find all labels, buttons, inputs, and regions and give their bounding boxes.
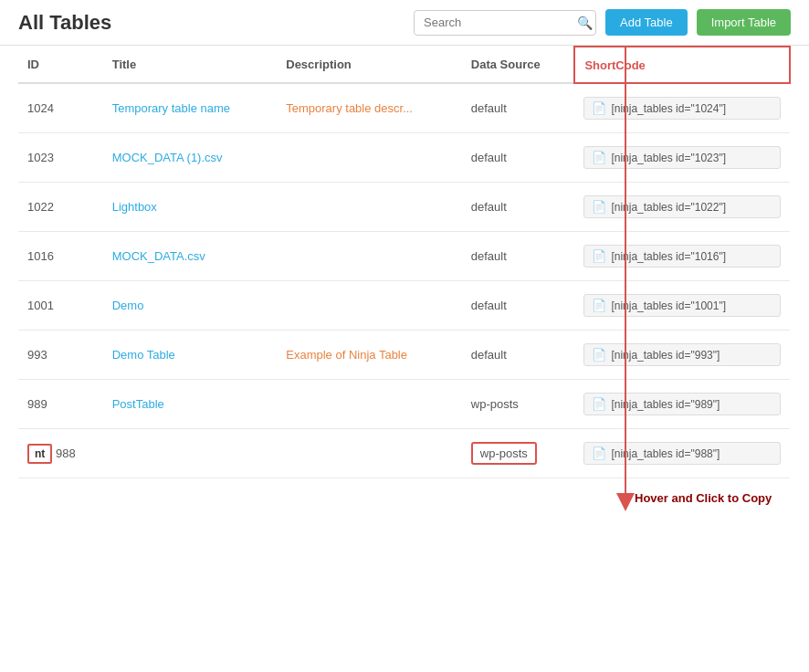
cell-description: Temporary table descr... <box>277 83 462 133</box>
search-box: 🔍 <box>414 10 596 36</box>
page-title: All Tables <box>18 11 111 35</box>
col-datasource: Data Source <box>462 47 575 83</box>
tables-table: ID Title Description Data Source ShortCo… <box>18 46 791 478</box>
shortcode-badge[interactable]: 📄 [ninja_tables id="989"] <box>583 393 781 415</box>
table-title-link[interactable]: Demo Table <box>112 348 175 362</box>
add-table-button[interactable]: Add Table <box>605 9 688 36</box>
doc-icon: 📄 <box>592 397 606 411</box>
nt-badge: nt <box>27 444 52 464</box>
cell-datasource: wp-posts <box>462 380 575 429</box>
cell-shortcode: 📄 [ninja_tables id="989"] <box>574 380 790 429</box>
col-shortcode: ShortCode <box>574 47 790 83</box>
doc-icon: 📄 <box>592 348 606 362</box>
cell-title <box>103 429 278 478</box>
table-row: nt 988wp-posts📄 [ninja_tables id="988"] <box>18 429 790 478</box>
doc-icon: 📄 <box>592 299 606 312</box>
cell-id: 1016 <box>18 232 103 281</box>
cell-id: nt 988 <box>18 429 103 478</box>
shortcode-badge[interactable]: 📄 [ninja_tables id="993"] <box>583 343 781 366</box>
doc-icon: 📄 <box>592 101 606 115</box>
col-description: Description <box>277 47 462 83</box>
table-row: 1022Lightboxdefault📄 [ninja_tables id="1… <box>18 183 790 232</box>
cell-description <box>277 232 462 281</box>
shortcode-badge[interactable]: 📄 [ninja_tables id="1024"] <box>583 97 781 120</box>
table-row: 1023MOCK_DATA (1).csvdefault📄 [ninja_tab… <box>18 133 790 183</box>
table-title-link[interactable]: Temporary table name <box>112 101 230 115</box>
cell-datasource: default <box>462 133 575 183</box>
cell-shortcode: 📄 [ninja_tables id="1023"] <box>574 133 790 183</box>
cell-title: Demo <box>103 281 278 331</box>
doc-icon: 📄 <box>592 151 606 164</box>
doc-icon: 📄 <box>592 249 606 263</box>
shortcode-badge[interactable]: 📄 [ninja_tables id="1022"] <box>583 195 781 218</box>
svg-text:Hover and Click to Copy: Hover and Click to Copy <box>635 491 772 505</box>
cell-shortcode: 📄 [ninja_tables id="993"] <box>574 331 790 380</box>
cell-id: 1022 <box>18 183 103 232</box>
cell-id: 989 <box>18 380 103 429</box>
shortcode-badge[interactable]: 📄 [ninja_tables id="1023"] <box>583 146 781 169</box>
table-title-link[interactable]: Lightbox <box>112 200 157 214</box>
table-title-link[interactable]: PostTable <box>112 397 164 411</box>
table-title-link[interactable]: Demo <box>112 299 144 312</box>
cell-title: Demo Table <box>103 331 278 380</box>
cell-title: Temporary table name <box>103 83 278 133</box>
import-table-button[interactable]: Import Table <box>697 9 791 36</box>
table-row: 1024Temporary table nameTemporary table … <box>18 83 790 133</box>
cell-id: 1001 <box>18 281 103 331</box>
cell-datasource: default <box>462 232 575 281</box>
cell-title: PostTable <box>103 380 278 429</box>
cell-id: 1024 <box>18 83 103 133</box>
cell-datasource: default <box>462 183 575 232</box>
table-row: 1001Demodefault📄 [ninja_tables id="1001"… <box>18 281 790 331</box>
cell-shortcode: 📄 [ninja_tables id="1024"] <box>574 83 790 133</box>
cell-title: Lightbox <box>103 183 278 232</box>
shortcode-badge[interactable]: 📄 [ninja_tables id="1016"] <box>583 245 781 268</box>
doc-icon: 📄 <box>592 200 606 214</box>
table-row: 989PostTablewp-posts📄 [ninja_tables id="… <box>18 380 790 429</box>
search-icon: 🔍 <box>577 16 593 30</box>
svg-marker-1 <box>616 493 635 511</box>
cell-datasource: wp-posts <box>462 429 575 478</box>
cell-shortcode: 📄 [ninja_tables id="1016"] <box>574 232 790 281</box>
cell-description: Example of Ninja Table <box>277 331 462 380</box>
doc-icon: 📄 <box>592 446 606 460</box>
cell-description <box>277 429 462 478</box>
cell-shortcode: 📄 [ninja_tables id="1001"] <box>574 281 790 331</box>
table-title-link[interactable]: MOCK_DATA.csv <box>112 249 205 263</box>
datasource-badge: wp-posts <box>471 442 537 465</box>
shortcode-badge[interactable]: 📄 [ninja_tables id="988"] <box>583 442 781 465</box>
cell-id: 1023 <box>18 133 103 183</box>
col-id: ID <box>18 47 103 83</box>
table-title-link[interactable]: MOCK_DATA (1).csv <box>112 151 223 164</box>
cell-shortcode: 📄 [ninja_tables id="988"] <box>574 429 790 478</box>
table-row: 993Demo TableExample of Ninja Tabledefau… <box>18 331 790 380</box>
cell-title: MOCK_DATA.csv <box>103 232 278 281</box>
cell-datasource: default <box>462 281 575 331</box>
table-row: 1016MOCK_DATA.csvdefault📄 [ninja_tables … <box>18 232 790 281</box>
shortcode-badge[interactable]: 📄 [ninja_tables id="1001"] <box>583 294 781 317</box>
cell-description <box>277 281 462 331</box>
cell-shortcode: 📄 [ninja_tables id="1022"] <box>574 183 790 232</box>
cell-datasource: default <box>462 83 575 133</box>
cell-datasource: default <box>462 331 575 380</box>
cell-description <box>277 380 462 429</box>
cell-title: MOCK_DATA (1).csv <box>103 133 278 183</box>
col-title: Title <box>103 47 278 83</box>
search-input[interactable] <box>424 16 577 29</box>
cell-id: 993 <box>18 331 103 380</box>
cell-description <box>277 133 462 183</box>
cell-description <box>277 183 462 232</box>
